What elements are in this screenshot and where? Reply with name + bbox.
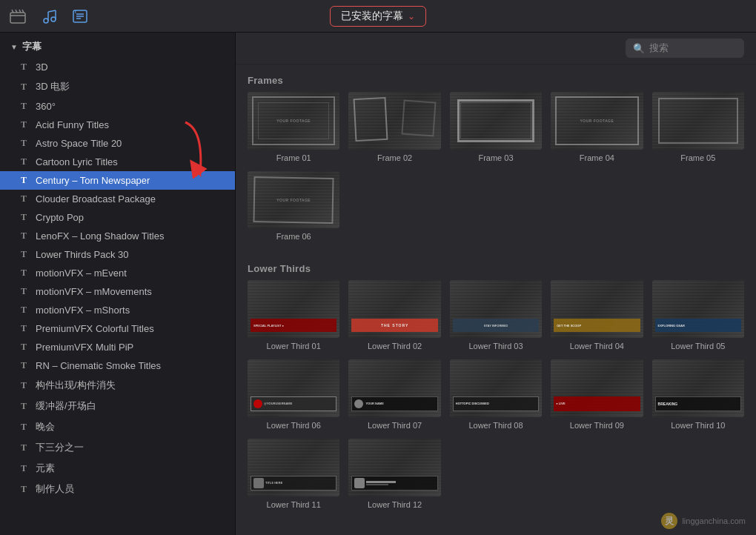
sidebar-item-motionvfx-–-mevent[interactable]: TmotionVFX – mEvent <box>0 264 235 282</box>
sidebar-item-元素[interactable]: T元素 <box>0 458 235 479</box>
sidebar-item-缓冲器/开场白[interactable]: T缓冲器/开场白 <box>0 396 235 416</box>
lt-03-label: Lower Third 03 <box>468 342 523 350</box>
svg-point-6 <box>44 19 48 23</box>
frame-06-item[interactable]: YOUR FOOTAGE Frame 06 <box>248 171 339 242</box>
lt-06-item[interactable]: @YOURUSERNAME Lower Third 06 <box>248 359 339 430</box>
frames-grid: YOUR FOOTAGE Frame 01 Frame 02 <box>248 92 744 162</box>
lt-07-label: Lower Third 07 <box>368 421 422 430</box>
sidebar-item-premiumvfx-colorful-titles[interactable]: TPremiumVFX Colorful Titles <box>0 319 235 338</box>
sidebar-item-label: LenoFX – Long Shadow Titles <box>36 230 164 242</box>
sidebar-item-acid-funny-titles[interactable]: TAcid Funny Titles <box>0 116 235 134</box>
lt-12-item[interactable]: Lower Third 12 <box>348 439 440 509</box>
sidebar-item-astro-space-title-20[interactable]: TAstro Space Title 20 <box>0 134 235 153</box>
t-icon: T <box>21 62 30 73</box>
sidebar-item-label: Crypto Pop <box>36 212 84 223</box>
content-area: 🔍 搜索 Frames YOUR FOOTAGE Frame <box>236 33 756 535</box>
t-icon: T <box>21 101 30 112</box>
installed-dropdown[interactable]: 已安装的字幕 ⌄ <box>330 6 426 27</box>
lt-08-thumb: HOTTOPIC DISCUSSED <box>450 359 542 417</box>
frame-05-thumb <box>652 92 744 150</box>
frame-03-thumb <box>450 92 542 150</box>
t-icon: T <box>21 82 30 93</box>
lt-03-item[interactable]: STAY INFORMED Lower Third 03 <box>450 280 542 350</box>
t-icon: T <box>21 249 30 260</box>
frame-04-label: Frame 04 <box>580 153 614 162</box>
t-icon: T <box>21 286 30 297</box>
sidebar-item-motionvfx-–-mshorts[interactable]: TmotionVFX – mShorts <box>0 301 235 319</box>
lower-thirds-row3: TITLE HERE Lower Third 11 <box>248 439 744 509</box>
lt-01-label: Lower Third 01 <box>267 342 321 350</box>
lt-09-thumb: ● LIVE <box>551 359 643 417</box>
sidebar-item-3d[interactable]: T3D <box>0 58 235 76</box>
lt-02-item[interactable]: THE STORY Lower Third 02 <box>348 280 440 350</box>
clapper-icon[interactable] <box>7 6 28 27</box>
lt-10-item[interactable]: BREAKING Lower Third 10 <box>652 359 744 430</box>
sidebar-item-label: 构件出现/构件消失 <box>36 379 116 392</box>
sidebar-item-crypto-pop[interactable]: TCrypto Pop <box>0 208 235 227</box>
sidebar-item-cartoon-lyric-titles[interactable]: TCartoon Lyric Titles <box>0 153 235 171</box>
lt-08-item[interactable]: HOTTOPIC DISCUSSED Lower Third 08 <box>450 359 542 430</box>
sidebar-item-label: motionVFX – mEvent <box>36 268 127 279</box>
frame-02-item[interactable]: Frame 02 <box>348 92 440 162</box>
sidebar-item-label: Clouder Broadcast Package <box>36 193 156 205</box>
watermark-text: lingganchina.com <box>682 516 746 525</box>
sidebar-item-label: 元素 <box>36 462 55 475</box>
svg-text:T: T <box>74 10 77 14</box>
lt-01-item[interactable]: SPECIAL PLAYLIST ● Lower Third 01 <box>248 280 339 350</box>
frame-04-item[interactable]: YOUR FOOTAGE Frame 04 <box>551 92 643 162</box>
t-icon: T <box>21 230 30 242</box>
frame-01-item[interactable]: YOUR FOOTAGE Frame 01 <box>248 92 339 162</box>
sidebar-item-label: 晚会 <box>36 420 55 433</box>
sidebar-item-label: PremiumVFX Colorful Titles <box>36 323 154 334</box>
lt-02-label: Lower Third 02 <box>368 342 422 350</box>
lt-04-item[interactable]: GET THE SCOOP Lower Third 04 <box>551 280 643 350</box>
search-placeholder: 搜索 <box>649 41 669 55</box>
sidebar-item-晚会[interactable]: T晚会 <box>0 416 235 437</box>
t-icon: T <box>21 119 30 130</box>
sidebar-item-rn-–-cinematic-smoke-titles[interactable]: TRN – Cinematic Smoke Titles <box>0 356 235 375</box>
main-layout: ▼ 字幕 T3DT3D 电影T360°TAcid Funny TitlesTAs… <box>0 33 756 535</box>
sidebar-item-premiumvfx-multi-pip[interactable]: TPremiumVFX Multi PiP <box>0 338 235 356</box>
t-icon: T <box>21 193 30 205</box>
svg-point-7 <box>51 17 56 21</box>
lower-thirds-grid-section: SPECIAL PLAYLIST ● Lower Third 01 THE ST… <box>236 280 756 535</box>
triangle-icon: ▼ <box>10 43 18 51</box>
frame-03-item[interactable]: Frame 03 <box>450 92 542 162</box>
frame-04-text: YOUR FOOTAGE <box>580 119 614 123</box>
sidebar-item-label: Lower Thirds Pack 30 <box>36 249 129 260</box>
sidebar-item-lenofx-–-long-shadow-titles[interactable]: TLenoFX – Long Shadow Titles <box>0 227 235 245</box>
sidebar-item-制作人员[interactable]: T制作人员 <box>0 479 235 499</box>
search-box[interactable]: 🔍 搜索 <box>626 39 744 58</box>
sidebar-item-clouder-broadcast-package[interactable]: TClouder Broadcast Package <box>0 190 235 208</box>
sidebar-item-label: motionVFX – mMovements <box>36 286 152 297</box>
sidebar-item-360°[interactable]: T360° <box>0 97 235 116</box>
lt-06-thumb: @YOURUSERNAME <box>248 359 339 417</box>
installed-label: 已安装的字幕 <box>341 10 403 23</box>
sidebar-item-century-–-torn-newspaper[interactable]: TCentury – Torn Newspaper <box>0 171 235 190</box>
frame-05-item[interactable]: Frame 05 <box>652 92 744 162</box>
frames-grid-row2: YOUR FOOTAGE Frame 06 <box>248 171 744 242</box>
titles-icon[interactable]: T <box>70 6 90 27</box>
t-icon: T <box>21 484 30 495</box>
sidebar-item-下三分之一[interactable]: T下三分之一 <box>0 437 235 458</box>
t-icon: T <box>21 463 30 474</box>
lt-11-item[interactable]: TITLE HERE Lower Third 11 <box>248 439 339 509</box>
lt-05-item[interactable]: EXPLORING GEAR Lower Third 05 <box>652 280 744 350</box>
sidebar-item-label: Century – Torn Newspaper <box>36 175 150 186</box>
sidebar-item-lower-thirds-pack-30[interactable]: TLower Thirds Pack 30 <box>0 245 235 264</box>
music-icon[interactable] <box>39 6 59 27</box>
svg-rect-0 <box>10 13 25 23</box>
sidebar-item-构件出现/构件消失[interactable]: T构件出现/构件消失 <box>0 375 235 396</box>
lt-09-label: Lower Third 09 <box>570 421 624 430</box>
sidebar-title: 字幕 <box>22 40 42 53</box>
t-icon: T <box>21 360 30 371</box>
lt-02-thumb: THE STORY <box>348 280 440 338</box>
sidebar-item-3d-电影[interactable]: T3D 电影 <box>0 76 235 97</box>
sidebar-item-label: motionVFX – mShorts <box>36 305 130 316</box>
sidebar-item-motionvfx-–-mmovements[interactable]: TmotionVFX – mMovements <box>0 282 235 301</box>
t-icon: T <box>21 212 30 223</box>
lower-thirds-row1: SPECIAL PLAYLIST ● Lower Third 01 THE ST… <box>248 280 744 350</box>
lt-07-item[interactable]: YOUR NAME Lower Third 07 <box>348 359 440 430</box>
frame-02-label: Frame 02 <box>377 153 412 162</box>
lt-09-item[interactable]: ● LIVE Lower Third 09 <box>551 359 643 430</box>
